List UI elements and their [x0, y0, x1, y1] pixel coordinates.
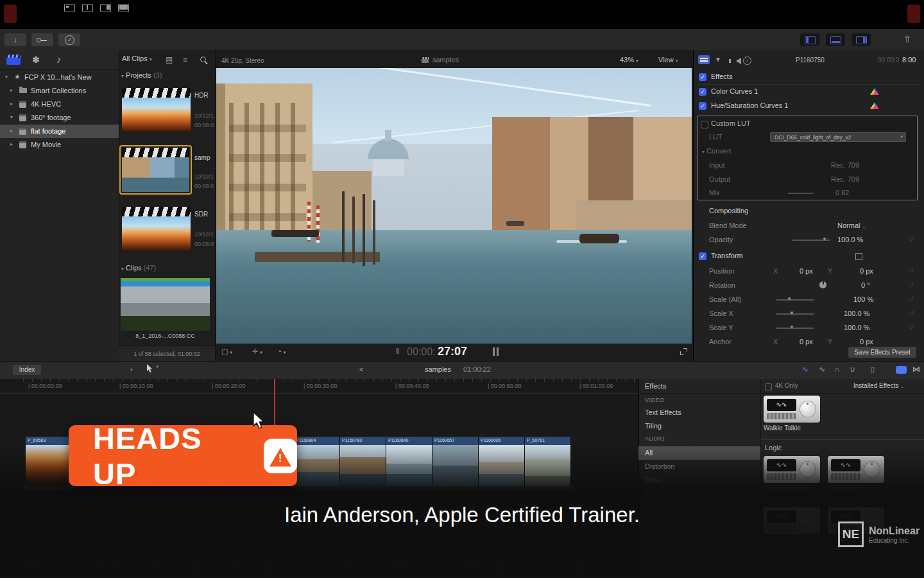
convert-disclosure[interactable]: ▾ Convert [702, 147, 732, 155]
effect-card[interactable]: ∿∿ [764, 456, 820, 483]
retime-menu-button[interactable]: ◔ ▾ [277, 347, 286, 355]
position-y-value[interactable]: 0 px [860, 267, 873, 275]
search-icon[interactable] [200, 57, 206, 62]
pause-icon[interactable]: ‖ [396, 347, 399, 356]
anchor-x-value[interactable]: 0 px [800, 338, 813, 346]
sidebar-item-360-footage[interactable]: ▾ 360° footage [0, 111, 119, 125]
sidebar-item-flat-footage[interactable]: ▸ flat footage [0, 125, 119, 138]
index-button[interactable]: Index [13, 365, 41, 375]
transform-menu-button[interactable]: ▢ ▾ [221, 347, 232, 356]
disclosure-triangle-icon[interactable]: ▾ [10, 114, 13, 120]
snapping-toggle-icon[interactable]: ∪ [850, 365, 855, 374]
scale-all-slider[interactable] [776, 299, 814, 301]
effects-browser-toggle[interactable] [896, 366, 907, 374]
music-sidebar-icon[interactable]: ♪ [56, 54, 62, 65]
import-media-button[interactable]: ↓ [4, 33, 26, 46]
blend-mode-dropdown[interactable]: Normal ⌄ [837, 222, 866, 229]
audio-skimming-toggle-icon[interactable]: ∿ [819, 365, 825, 374]
toggle-inspector-button[interactable] [851, 33, 871, 46]
scale-y-slider[interactable] [776, 328, 814, 329]
mix-slider[interactable] [788, 193, 814, 194]
reset-icon[interactable]: ↺ [909, 236, 914, 243]
custom-lut-checkbox[interactable] [701, 121, 708, 128]
video-canvas[interactable] [216, 68, 692, 344]
scale-x-value[interactable]: 100.0 % [844, 310, 869, 317]
photos-sidebar-icon[interactable]: ✽ [32, 55, 40, 65]
slider-handle-icon[interactable]: ▼ [822, 236, 827, 242]
background-tasks-button[interactable]: ✓ [58, 33, 80, 46]
timeline-clip[interactable]: P_60761 [525, 437, 571, 486]
reset-icon[interactable]: ↺ [909, 295, 914, 302]
timeline-clip[interactable]: P1150780 [340, 437, 386, 486]
transform-checkbox[interactable]: ✓ [699, 252, 706, 260]
sidebar-item-library[interactable]: ▾ ★ FCP X 10...hat's New [0, 71, 119, 84]
position-x-value[interactable]: 0 px [800, 267, 813, 275]
slider-handle-icon[interactable]: ▼ [789, 324, 794, 330]
reset-icon[interactable]: ↺ [909, 324, 914, 331]
view-dropdown[interactable]: View ▾ [658, 56, 678, 64]
list-view-icon[interactable]: ≡ [183, 55, 187, 64]
toggle-timeline-button[interactable] [826, 33, 845, 46]
lut-dropdown[interactable]: DCI_D65_cold_light_of_day_v2 ▾ [770, 132, 906, 142]
save-effects-preset-button[interactable]: Save Effects Preset [848, 347, 916, 358]
timeline-clip[interactable]: P1160006 [479, 437, 525, 486]
share-button[interactable]: ⇧ [903, 34, 911, 44]
reset-icon[interactable]: ↺ [909, 281, 914, 288]
effects-category-tiling[interactable]: Tiling [638, 419, 760, 433]
projects-section-header[interactable]: ▾ Projects (3) [121, 71, 162, 79]
overwrite-clip-icon[interactable] [118, 4, 129, 12]
effects-masks-button[interactable]: ✛ ▾ [252, 347, 262, 356]
effect-card-walkie-talkie[interactable]: ∿∿ [764, 396, 820, 423]
color-inspector-tab[interactable]: ▼ [715, 56, 721, 63]
effects-checkbox[interactable]: ✓ [699, 73, 706, 81]
custom-lut-section[interactable] [697, 116, 918, 200]
video-inspector-tab[interactable] [698, 55, 710, 64]
reset-icon[interactable]: ↺ [909, 267, 914, 274]
effects-category-echo[interactable]: Echo [638, 473, 760, 487]
rotation-value[interactable]: 0 ° [861, 281, 870, 289]
libraries-toggle-button[interactable] [6, 55, 21, 65]
color-curves-checkbox[interactable]: ✓ [699, 88, 706, 96]
sidebar-item-smart-collections[interactable]: ▸ Smart Collections [0, 84, 119, 98]
disclosure-triangle-icon[interactable]: ▸ [10, 87, 13, 93]
timeline-clip[interactable]: P1160657 [432, 437, 479, 486]
skimming-toggle-icon[interactable]: ∿ [802, 365, 809, 374]
clips-section-header[interactable]: ▾ Clips (47) [121, 264, 156, 272]
scale-x-slider[interactable] [776, 313, 814, 315]
info-inspector-tab[interactable]: i [743, 57, 751, 65]
onscreen-controls-icon[interactable] [855, 253, 862, 260]
append-clip-icon[interactable] [100, 4, 111, 12]
effects-category-distortion[interactable]: Distortion [638, 460, 760, 473]
rotation-dial-icon[interactable] [819, 281, 826, 288]
audio-meter-bar[interactable] [497, 347, 499, 356]
sidebar-item-4k-hevc[interactable]: ▸ 4K HEVC [0, 98, 119, 111]
effects-category-all[interactable]: All [638, 446, 760, 460]
effects-category-text-effects[interactable]: Text Effects [638, 406, 760, 419]
insert-clip-icon[interactable] [82, 4, 93, 12]
fullscreen-icon[interactable] [680, 348, 687, 355]
4k-only-checkbox[interactable] [765, 383, 772, 390]
hue-sat-curves-checkbox[interactable]: ✓ [699, 102, 706, 110]
timeline-clip[interactable]: P1160804 [294, 437, 340, 486]
transitions-browser-toggle[interactable]: ⋈ [912, 365, 920, 374]
audio-inspector-tab[interactable] [736, 58, 741, 64]
sidebar-item-my-movie[interactable]: ▸ My Movie [0, 138, 119, 152]
zoom-level-dropdown[interactable]: 43% ▾ [620, 56, 638, 64]
disclosure-triangle-icon[interactable]: ▸ [10, 141, 13, 147]
slider-handle-icon[interactable]: ▼ [789, 310, 794, 316]
disclosure-triangle-icon[interactable]: ▸ [10, 101, 13, 107]
effects-category-eq[interactable]: EQ [638, 487, 760, 500]
scale-y-value[interactable]: 100.0 % [844, 324, 869, 331]
installed-effects-dropdown[interactable]: Installed Effects ⌄ [853, 382, 904, 389]
disclosure-triangle-icon[interactable]: ▸ [10, 128, 13, 134]
connect-clip-icon[interactable] [64, 4, 75, 12]
toggle-browser-button[interactable] [800, 33, 819, 46]
timeline-clip[interactable]: P1160640 [386, 437, 432, 486]
audio-meter-bar[interactable] [493, 347, 495, 356]
disclosure-triangle-icon[interactable]: ▾ [5, 74, 8, 80]
reset-icon[interactable]: ↺ [909, 310, 914, 317]
effect-card[interactable]: ∿∿ [828, 456, 884, 483]
filmstrip-view-icon[interactable]: ▤ [166, 55, 173, 64]
solo-toggle-icon[interactable]: ∩ [834, 365, 840, 374]
keyword-editor-button[interactable] [31, 33, 53, 46]
